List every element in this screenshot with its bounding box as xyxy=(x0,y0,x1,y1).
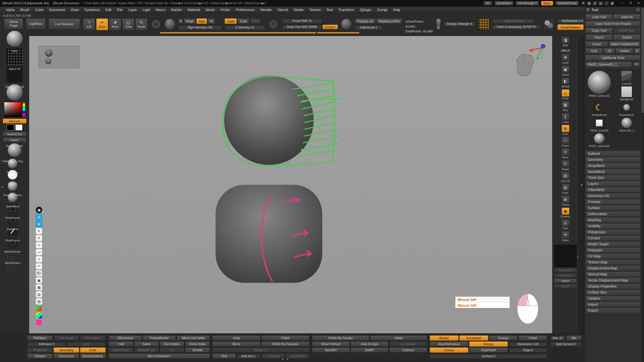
current-material-thumb[interactable]: StartupMaterial xyxy=(7,84,23,100)
tool-thumb[interactable] xyxy=(621,71,632,82)
copy-tool-button[interactable]: Copy Tool xyxy=(585,28,613,33)
brush-item[interactable]: Smooth xyxy=(8,181,17,191)
bottom-button[interactable]: ProjectAll xyxy=(27,347,53,353)
right-shelf-button[interactable]: ∥ L.Sym xyxy=(559,113,572,123)
bottom-button[interactable]: Polish By Groups xyxy=(312,335,369,341)
eye-icon[interactable]: ⊙ xyxy=(36,214,42,220)
live-boolean-button[interactable]: Live Boolean xyxy=(49,18,80,29)
color-a-chip[interactable]: A xyxy=(178,19,183,24)
tool-section[interactable]: Geometry HD xyxy=(585,193,640,199)
right-shelf-button[interactable]: ◍ Transp xyxy=(559,196,572,206)
tool-thumb[interactable] xyxy=(621,117,632,128)
tool-thumbnail-item[interactable]: SimpleBrush xyxy=(586,102,613,116)
tool-section[interactable]: NanoMesh xyxy=(585,169,640,174)
bottom-button[interactable]: MergeDown xyxy=(134,347,159,353)
tray-divider[interactable]: ◄ xyxy=(579,36,584,333)
current-stroke-thumb[interactable]: Dots xyxy=(7,49,23,65)
goz-visible-button[interactable]: Visible xyxy=(616,48,633,54)
cursor-icon[interactable]: ➤ xyxy=(36,221,42,227)
move-mode-button[interactable]: ✥ Move xyxy=(109,18,121,30)
tool-thumbnail-item[interactable]: AlphaBrush xyxy=(614,86,640,101)
active-tool-thumb[interactable]: PM3D_Sphere3D xyxy=(586,71,613,101)
bottom-button[interactable]: DelMT xyxy=(351,347,389,353)
tool-section[interactable]: Polypaint xyxy=(585,247,640,253)
brush-thumb[interactable] xyxy=(12,249,13,250)
tool-thumb[interactable] xyxy=(594,102,605,113)
make-polymesh3d-button[interactable]: Make PolyMesh3D xyxy=(609,41,640,47)
hue-strip[interactable] xyxy=(22,102,25,117)
bottom-button[interactable]: Border xyxy=(430,335,459,341)
right-shelf-icon[interactable]: ▥ xyxy=(561,184,570,191)
bottom-button[interactable]: Resolution 128 xyxy=(509,341,547,347)
bottom-button[interactable]: Del Lower xyxy=(54,335,79,341)
right-shelf-button[interactable]: ▦ Floor xyxy=(559,101,572,112)
right-shelf-icon[interactable]: ✥ xyxy=(561,54,570,61)
menu-item[interactable]: File xyxy=(114,7,126,13)
right-shelf-button[interactable]: △ Persp xyxy=(559,89,572,100)
right-shelf-icon[interactable]: ▤ xyxy=(561,172,570,179)
bottom-button[interactable]: DynaMesh xyxy=(459,335,488,341)
bottom-button[interactable]: Edge 0 xyxy=(509,347,547,353)
palette-menu-icon[interactable] xyxy=(586,8,589,11)
tool-section[interactable]: Contact xyxy=(585,235,640,241)
brush-item[interactable]: Flat Color xyxy=(8,170,17,179)
bottom-button[interactable]: Unify xyxy=(212,335,261,341)
load-tools-from-project-button[interactable]: Load Tools From Project xyxy=(585,21,640,27)
right-shelf-icon[interactable]: ✣ xyxy=(561,231,570,239)
tool-section[interactable]: Displacement Map xyxy=(585,265,640,271)
slot-thumb[interactable] xyxy=(14,66,15,67)
bottom-button[interactable]: Polish By Features xyxy=(261,341,310,347)
document-icon[interactable]: ▤ xyxy=(592,1,597,6)
edit-mode-button[interactable]: ✎ Edit xyxy=(83,18,95,30)
slot-thumb[interactable] xyxy=(14,31,15,31)
menu-item[interactable]: Macro xyxy=(153,7,168,13)
bottom-button[interactable]: Crease xyxy=(430,347,468,353)
rgb-intensity-slider[interactable]: Rgb Intensity 100 xyxy=(178,25,222,30)
menu-item[interactable]: Tool xyxy=(324,7,336,13)
dynamic-button[interactable]: Dynamic xyxy=(323,25,338,29)
tool-section[interactable]: Morph Target xyxy=(585,241,640,247)
bottom-button[interactable]: Mirror xyxy=(212,341,261,347)
right-shelf-icon[interactable]: ∥ xyxy=(561,113,570,120)
tool-palette-header[interactable]: Tool xyxy=(585,7,640,13)
palette-icon[interactable]: ❖ xyxy=(581,1,586,6)
fov-slider[interactable]: Field of view(deg) 39.59775 xyxy=(492,24,540,29)
bottom-slider[interactable]: SDiv xyxy=(67,341,106,347)
tool-section[interactable]: Unified Skin xyxy=(585,290,640,295)
right-shelf-icon[interactable]: △ xyxy=(561,89,570,97)
bottom-button[interactable]: Split Hidden xyxy=(109,347,133,353)
screenshot-icon[interactable]: ▣ xyxy=(36,277,42,284)
color-square[interactable] xyxy=(4,102,22,117)
import-color-button[interactable]: Import xyxy=(3,138,26,142)
menu-item[interactable]: Document xyxy=(46,7,68,13)
right-shelf-icon[interactable]: ▦ xyxy=(561,101,570,109)
menu-item[interactable]: Transform xyxy=(336,7,357,13)
bottom-button[interactable]: FreezeBorder xyxy=(143,335,176,341)
right-shelf-icon[interactable]: ◎ xyxy=(561,219,570,227)
tool-section[interactable]: Display Properties xyxy=(585,284,640,289)
bottom-button[interactable]: Groups xyxy=(469,341,508,347)
bottom-button[interactable]: Uv xyxy=(160,347,184,353)
tool-thumbnail-item[interactable]: PM3D_Sphere3D xyxy=(586,133,613,148)
current-tool-name[interactable]: PM3D_Sphere3D_2_ xyxy=(585,62,632,67)
right-shelf-icon[interactable]: ◉ xyxy=(561,207,570,215)
angle-of-view-icon[interactable] xyxy=(478,18,489,30)
right-shelf-icon[interactable]: ▭ xyxy=(561,137,570,144)
minimize-button[interactable]: ─ xyxy=(619,1,626,6)
right-shelf-icon[interactable]: ◧ xyxy=(561,77,570,85)
tool-thumbnail-item[interactable]: EraserBrush xyxy=(614,102,640,116)
pencil-icon[interactable]: ✎ xyxy=(36,228,42,234)
right-shelf-icon[interactable]: ◨ xyxy=(561,36,570,44)
tool-section[interactable]: Initialize xyxy=(585,296,640,301)
stroke-preview-icon[interactable] xyxy=(165,18,175,30)
maximize-button[interactable]: ❒ xyxy=(627,1,634,6)
focal-shift-slider[interactable]: Focal Shift 73 xyxy=(282,18,322,23)
brush-thumb[interactable] xyxy=(12,181,13,182)
brush-thumb[interactable] xyxy=(12,215,13,216)
clone-txtr-button[interactable]: Clone Txtr xyxy=(554,273,577,278)
dot-icon[interactable]: • xyxy=(36,256,42,262)
tool-thumb[interactable] xyxy=(621,102,632,113)
replay-last-button[interactable]: ReplayLast xyxy=(355,18,376,24)
swatch-rainbow[interactable] xyxy=(36,312,42,319)
obj-shadow-slider[interactable]: ObjShadow 0.3 xyxy=(557,18,587,23)
